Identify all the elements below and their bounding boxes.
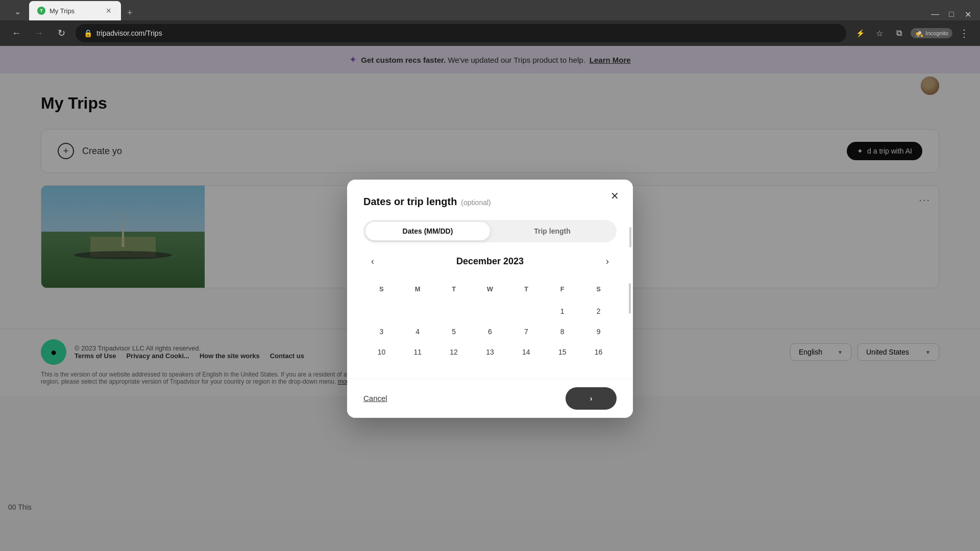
minimize-button[interactable]: — — [929, 8, 941, 20]
cal-day-7[interactable]: 7 — [516, 321, 536, 342]
cal-day-5[interactable]: 5 — [444, 321, 464, 342]
tab-close-button[interactable]: ✕ — [105, 7, 113, 15]
close-button[interactable]: ✕ — [962, 8, 974, 20]
calendar-week-1: 1 2 — [363, 301, 617, 321]
cal-day-10[interactable]: 10 — [371, 342, 391, 362]
calendar-week-3: 10 11 12 13 14 15 16 — [363, 342, 617, 362]
address-bar[interactable]: 🔒 tripadvisor.com/Trips — [76, 24, 846, 42]
calendar-next-button[interactable]: › — [598, 253, 617, 271]
calendar-month-title: December 2023 — [456, 256, 524, 267]
cal-day-empty-5 — [516, 301, 536, 321]
cal-day-15[interactable]: 15 — [552, 342, 573, 362]
next-button[interactable]: › — [566, 387, 617, 410]
maximize-button[interactable]: □ — [945, 8, 958, 20]
modal-section-title: Dates or trip length — [363, 196, 457, 208]
cal-day-13[interactable]: 13 — [480, 342, 500, 362]
calendar-week-2: 3 4 5 6 7 8 9 — [363, 321, 617, 342]
weekday-wed: W — [472, 281, 508, 297]
modal-footer: Cancel › — [347, 379, 633, 418]
weekday-thu: T — [508, 281, 544, 297]
window-controls: — □ ✕ — [929, 8, 974, 20]
modal-close-button[interactable]: ✕ — [606, 188, 623, 204]
date-mode-tab-switcher: Dates (MM/DD) Trip length — [363, 220, 617, 242]
extension-button[interactable]: ⚡ — [852, 26, 868, 41]
url-text: tripadvisor.com/Trips — [96, 29, 162, 37]
cal-day-1[interactable]: 1 — [552, 301, 573, 321]
incognito-badge: 🕵 Incognito — [911, 28, 952, 38]
tab-option-dates[interactable]: Dates (MM/DD) — [365, 222, 490, 240]
calendar-prev-button[interactable]: ‹ — [363, 253, 382, 271]
page-content: ✦ Get custom recs faster. We've updated … — [0, 46, 980, 551]
cal-day-8[interactable]: 8 — [552, 321, 573, 342]
cal-day-11[interactable]: 11 — [407, 342, 428, 362]
cal-day-16[interactable]: 16 — [589, 342, 609, 362]
weekday-fri: F — [544, 281, 580, 297]
cal-day-12[interactable]: 12 — [444, 342, 464, 362]
browser-chrome: ⌄ T My Trips ✕ + — □ ✕ ← → ↻ 🔒 tripadvis… — [0, 0, 980, 46]
address-bar-row: ← → ↻ 🔒 tripadvisor.com/Trips ⚡ ☆ ⧉ 🕵 In… — [0, 20, 980, 46]
tab-option-trip-length[interactable]: Trip length — [490, 222, 615, 240]
browser-actions: ⚡ ☆ ⧉ 🕵 Incognito ⋮ — [852, 26, 972, 41]
cal-day-2[interactable]: 2 — [589, 301, 609, 321]
next-icon: › — [590, 394, 593, 403]
modal-scroll-area[interactable]: Dates or trip length (optional) Dates (M… — [347, 180, 633, 379]
weekday-mon: M — [400, 281, 436, 297]
menu-button[interactable]: ⋮ — [957, 26, 972, 41]
active-tab[interactable]: T My Trips ✕ — [29, 1, 121, 20]
cal-day-6[interactable]: 6 — [480, 321, 500, 342]
calendar-weekdays: S M T W T F S — [363, 281, 617, 297]
weekday-sat: S — [580, 281, 617, 297]
new-tab-button[interactable]: + — [123, 6, 137, 20]
modal-overlay: ✕ Dates or trip length (optional) Dates … — [0, 46, 980, 551]
refresh-button[interactable]: ↻ — [53, 25, 69, 41]
star-button[interactable]: ☆ — [872, 26, 887, 41]
weekday-sun: S — [363, 281, 400, 297]
lock-icon: 🔒 — [84, 29, 92, 37]
tab-title-text: My Trips — [50, 7, 101, 15]
cal-day-4[interactable]: 4 — [407, 321, 428, 342]
tab-list-dropdown[interactable]: ⌄ — [10, 3, 25, 20]
modal-scrollbar — [629, 283, 631, 314]
scroll-indicator — [629, 227, 631, 247]
tab-manager-button[interactable]: ⧉ — [891, 26, 906, 41]
cal-day-9[interactable]: 9 — [589, 321, 609, 342]
date-trip-length-modal: ✕ Dates or trip length (optional) Dates … — [347, 180, 633, 418]
back-button[interactable]: ← — [8, 25, 24, 41]
tab-favicon: T — [37, 7, 45, 15]
modal-section-optional: (optional) — [461, 198, 491, 207]
cancel-button[interactable]: Cancel — [363, 394, 387, 403]
calendar-header: ‹ December 2023 › — [363, 253, 617, 271]
cal-day-empty-4 — [480, 301, 500, 321]
calendar: ‹ December 2023 › S M T W T F S — [363, 253, 617, 362]
modal-section-header: Dates or trip length (optional) — [363, 196, 617, 210]
cal-day-empty-3 — [444, 301, 464, 321]
cal-day-3[interactable]: 3 — [371, 321, 391, 342]
cal-day-empty-2 — [407, 301, 428, 321]
forward-button[interactable]: → — [31, 25, 47, 41]
calendar-grid: S M T W T F S — [363, 281, 617, 362]
cal-day-14[interactable]: 14 — [516, 342, 536, 362]
cal-day-empty-1 — [371, 301, 391, 321]
weekday-tue: T — [436, 281, 472, 297]
